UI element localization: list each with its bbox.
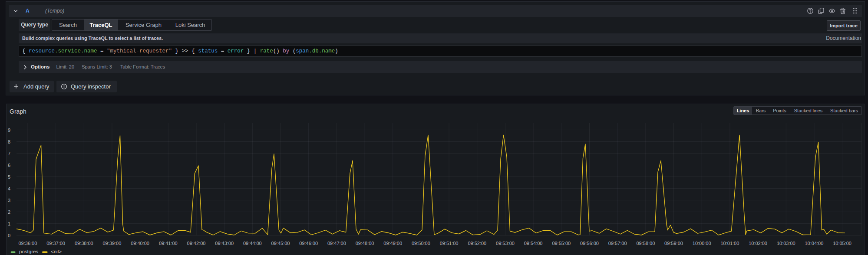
svg-text:09:53:00: 09:53:00 <box>496 241 515 246</box>
svg-text:postgres: postgres <box>19 249 38 254</box>
svg-text:09:54:00: 09:54:00 <box>524 241 543 246</box>
svg-text:09:56:00: 09:56:00 <box>580 241 599 246</box>
svg-text:09:39:00: 09:39:00 <box>102 241 121 246</box>
svg-text:10:01:00: 10:01:00 <box>720 241 739 246</box>
svg-text:09:48:00: 09:48:00 <box>356 241 374 246</box>
svg-text:09:36:00: 09:36:00 <box>18 241 37 246</box>
svg-text:10:02:00: 10:02:00 <box>749 241 767 246</box>
svg-text:2: 2 <box>8 209 10 215</box>
svg-text:09:37:00: 09:37:00 <box>46 241 65 246</box>
svg-text:<nil>: <nil> <box>51 249 62 254</box>
svg-text:09:45:00: 09:45:00 <box>271 241 290 246</box>
svg-text:09:43:00: 09:43:00 <box>215 241 234 246</box>
svg-text:09:51:00: 09:51:00 <box>440 241 459 246</box>
svg-text:09:47:00: 09:47:00 <box>327 241 346 246</box>
svg-text:10:03:00: 10:03:00 <box>777 241 795 246</box>
svg-text:3: 3 <box>8 198 10 203</box>
svg-text:5: 5 <box>8 174 10 180</box>
svg-text:7: 7 <box>8 151 10 156</box>
svg-text:10:04:00: 10:04:00 <box>805 241 823 246</box>
svg-text:10:00:00: 10:00:00 <box>693 241 711 246</box>
svg-text:1: 1 <box>8 221 10 226</box>
svg-text:09:50:00: 09:50:00 <box>412 241 430 246</box>
svg-text:6: 6 <box>8 163 10 168</box>
svg-text:0: 0 <box>8 233 10 238</box>
svg-text:09:58:00: 09:58:00 <box>636 241 655 246</box>
svg-text:9: 9 <box>8 128 10 133</box>
svg-text:09:42:00: 09:42:00 <box>187 241 206 246</box>
svg-text:09:38:00: 09:38:00 <box>75 241 93 246</box>
svg-text:09:44:00: 09:44:00 <box>243 241 262 246</box>
svg-text:09:55:00: 09:55:00 <box>552 241 571 246</box>
svg-text:09:59:00: 09:59:00 <box>664 241 683 246</box>
svg-text:09:46:00: 09:46:00 <box>299 241 318 246</box>
svg-text:09:57:00: 09:57:00 <box>608 241 627 246</box>
svg-text:4: 4 <box>8 186 10 191</box>
svg-text:8: 8 <box>8 139 10 144</box>
svg-text:10:05:00: 10:05:00 <box>833 241 851 246</box>
svg-text:09:52:00: 09:52:00 <box>468 241 486 246</box>
svg-text:09:49:00: 09:49:00 <box>383 241 402 246</box>
svg-text:09:40:00: 09:40:00 <box>131 241 149 246</box>
svg-text:09:41:00: 09:41:00 <box>159 241 178 246</box>
